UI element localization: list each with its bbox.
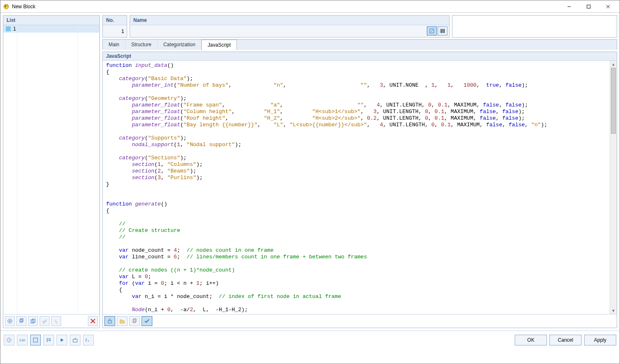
svg-rect-25: [108, 321, 111, 323]
svg-point-0: [4, 4, 9, 9]
window-title: New Block: [12, 4, 560, 9]
validate-button[interactable]: [142, 316, 152, 326]
export-button[interactable]: [70, 335, 80, 345]
name-cell: Name: [130, 15, 450, 38]
view-mode-1-button[interactable]: [30, 335, 41, 345]
titlebar: New Block: [0, 0, 620, 13]
maximize-button[interactable]: [579, 1, 598, 12]
duplicate-item-button[interactable]: [28, 316, 38, 326]
svg-line-19: [431, 30, 433, 32]
extra-cell: [452, 15, 617, 38]
code-editor[interactable]: function input_data() { category("Basic …: [103, 61, 610, 314]
svg-rect-11: [21, 319, 23, 321]
barcode-button[interactable]: [438, 26, 447, 35]
content-header: JavaScript: [103, 52, 617, 61]
copy-item-button[interactable]: [17, 316, 26, 326]
tab-structure[interactable]: Structure: [125, 40, 158, 50]
scroll-up-arrow[interactable]: ▲: [610, 61, 617, 68]
name-input[interactable]: [133, 27, 447, 36]
close-button[interactable]: [599, 1, 617, 12]
new-item-button[interactable]: [5, 316, 15, 326]
lock-button[interactable]: [104, 316, 115, 326]
svg-line-14: [54, 319, 58, 323]
svg-rect-1: [5, 5, 6, 7]
svg-rect-26: [133, 319, 135, 323]
svg-rect-31: [33, 338, 38, 342]
tab-javascript[interactable]: JavaScript: [201, 40, 237, 50]
no-value[interactable]: 1: [103, 25, 127, 37]
list-item-label: 1: [13, 26, 16, 32]
tab-categorization[interactable]: Categorization: [158, 40, 201, 50]
copy-code-button[interactable]: [129, 316, 140, 326]
svg-text:x: x: [88, 339, 89, 342]
function-button[interactable]: fx: [83, 335, 94, 345]
list-item-swatch: [6, 26, 11, 31]
minimize-button[interactable]: [560, 1, 578, 12]
svg-rect-38: [73, 339, 77, 342]
run-button[interactable]: [57, 335, 67, 345]
vertical-scrollbar[interactable]: ▲ ▼: [610, 61, 617, 314]
bottom-bar: ? 0,00 fx OK Cancel Apply: [0, 331, 620, 349]
scroll-thumb[interactable]: [611, 68, 616, 134]
delete-item-button[interactable]: [88, 316, 98, 326]
no-cell: No. 1: [102, 15, 127, 38]
apply-button[interactable]: Apply: [584, 335, 616, 345]
svg-point-35: [50, 338, 51, 339]
svg-rect-27: [134, 319, 136, 322]
list-header: List: [3, 16, 99, 25]
app-icon: [3, 3, 9, 10]
svg-point-36: [50, 340, 51, 341]
no-header: No.: [103, 16, 127, 25]
scroll-down-arrow[interactable]: ▼: [610, 307, 617, 314]
svg-marker-37: [61, 338, 64, 342]
uncheck-all-button[interactable]: [51, 316, 61, 326]
tree-view-button[interactable]: [43, 335, 54, 345]
tab-strip: Main Structure Categorization JavaScript: [102, 39, 617, 50]
open-file-button[interactable]: [117, 316, 128, 326]
check-all-button[interactable]: [40, 316, 50, 326]
ok-button[interactable]: OK: [515, 335, 547, 345]
list-item[interactable]: 1: [3, 25, 99, 33]
list-panel: List 1: [3, 15, 100, 328]
edit-name-button[interactable]: [427, 26, 437, 35]
svg-text:0,00: 0,00: [19, 339, 25, 342]
units-button[interactable]: 0,00: [17, 335, 28, 345]
name-header: Name: [130, 16, 449, 25]
svg-text:f: f: [85, 338, 87, 343]
svg-rect-4: [587, 5, 590, 8]
svg-rect-10: [20, 319, 22, 322]
svg-text:?: ?: [8, 338, 10, 342]
tab-main[interactable]: Main: [103, 40, 125, 50]
svg-point-2: [7, 5, 8, 7]
help-button[interactable]: ?: [4, 335, 14, 345]
cancel-button[interactable]: Cancel: [549, 335, 582, 345]
